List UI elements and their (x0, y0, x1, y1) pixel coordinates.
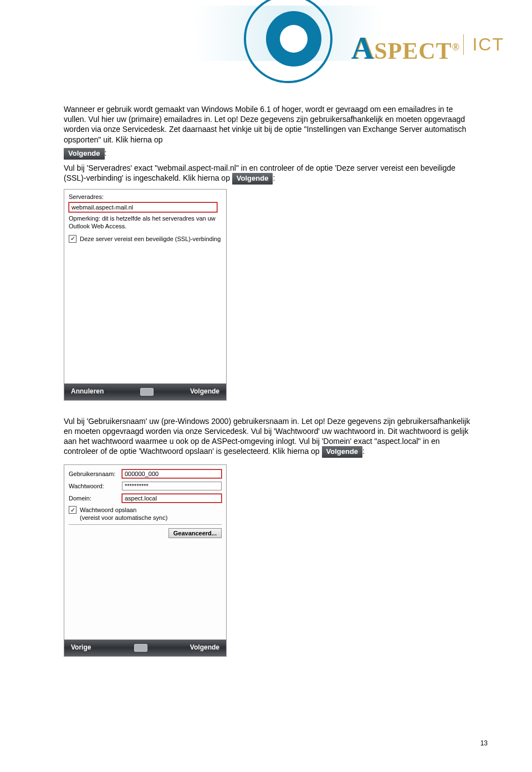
para3-text: Vul bij 'Gebruikersnaam' uw (pre-Windows… (64, 417, 470, 456)
keyboard-icon[interactable] (140, 388, 154, 396)
credentials-dialog: Gebruikersnaam: Wachtwoord: Domein: ✓ Wa… (64, 464, 227, 657)
volgende-button-inline-2[interactable]: Volgende (232, 173, 273, 185)
save-password-checkbox[interactable]: ✓ (69, 506, 76, 514)
ssl-checkbox-label: Deze server vereist een beveiligde (SSL)… (80, 235, 221, 243)
save-password-label: Wachtwoord opslaan (vereist voor automat… (80, 506, 167, 522)
server-address-input[interactable] (69, 202, 217, 212)
volgende-button-inline-1[interactable]: Volgende (64, 148, 105, 160)
password-input[interactable] (122, 482, 222, 490)
brand-reg: ® (452, 42, 460, 53)
paragraph-3: Vul bij 'Gebruikersnaam' uw (pre-Windows… (64, 416, 474, 458)
dialog1-footer: Annuleren Volgende (64, 384, 226, 400)
server-address-label: Serveradres: (69, 193, 222, 201)
cancel-button[interactable]: Annuleren (71, 387, 104, 396)
dialog2-footer: Vorige Volgende (64, 640, 226, 656)
previous-button[interactable]: Vorige (71, 643, 91, 652)
save-pw-text: Wachtwoord opslaan (80, 507, 136, 513)
brand-prefix: A (351, 31, 374, 65)
next-button[interactable]: Volgende (190, 387, 219, 396)
volgende-button-inline-3[interactable]: Volgende (322, 446, 363, 458)
logo-circles-icon (238, 0, 338, 94)
page-number: 13 (480, 739, 488, 747)
username-label: Gebruikersnaam: (69, 470, 120, 478)
domain-label: Domein: (69, 494, 120, 502)
paragraph-2: Vul bij 'Serveradres' exact "webmail.asp… (64, 163, 474, 185)
password-label: Wachtwoord: (69, 482, 120, 490)
document-body: Wanneer er gebruik wordt gemaakt van Win… (64, 104, 474, 657)
domain-input[interactable] (122, 494, 222, 503)
next-button-2[interactable]: Volgende (190, 643, 219, 652)
para1-suffix: : (105, 149, 107, 157)
keyboard-icon[interactable] (134, 644, 147, 652)
paragraph-1: Wanneer er gebruik wordt gemaakt van Win… (64, 104, 474, 145)
brand-main: SPECT (374, 38, 452, 64)
page-header: ASPECT® ICT (227, 0, 504, 89)
username-input[interactable] (122, 469, 222, 478)
para2-suffix: : (273, 173, 275, 182)
advanced-button[interactable]: Geavanceerd... (168, 528, 222, 538)
server-address-note: Opmerking: dit is hetzelfde als het serv… (69, 215, 222, 231)
brand-suffix: ICT (463, 34, 504, 55)
server-address-dialog: Serveradres: Opmerking: dit is hetzelfde… (64, 189, 227, 401)
para1-text: Wanneer er gebruik wordt gemaakt van Win… (64, 105, 466, 144)
para3-suffix: : (362, 447, 365, 456)
save-pw-note: (vereist voor automatische sync) (80, 514, 167, 521)
ssl-checkbox[interactable]: ✓ (69, 235, 76, 243)
brand-logo: ASPECT® (351, 30, 460, 66)
